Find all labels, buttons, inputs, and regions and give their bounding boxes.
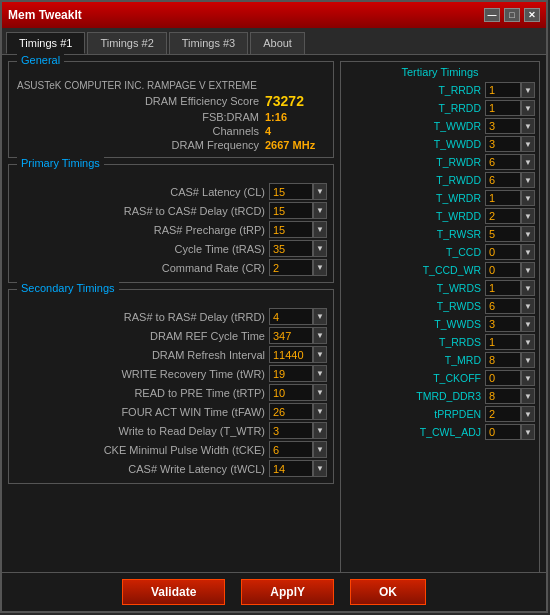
tertiary-dropdown-14[interactable]: ▼ [521,334,535,350]
secondary-dropdown-5[interactable]: ▼ [313,403,327,420]
secondary-dropdown-2[interactable]: ▼ [313,346,327,363]
secondary-dropdown-1[interactable]: ▼ [313,327,327,344]
secondary-row-2: DRAM Refresh Interval ▼ [13,346,329,363]
primary-input-2[interactable] [269,221,313,238]
primary-dropdown-1[interactable]: ▼ [313,202,327,219]
tertiary-input-5[interactable] [485,172,521,188]
apply-button[interactable]: ApplY [241,579,334,605]
freq-row: DRAM Frequency 2667 MHz [13,139,329,151]
maximize-button[interactable]: □ [504,8,520,22]
tertiary-dropdown-15[interactable]: ▼ [521,352,535,368]
tertiary-input-18[interactable] [485,406,521,422]
tertiary-input-16[interactable] [485,370,521,386]
tertiary-label-14: T_RRDS [345,336,481,348]
tertiary-row-0: T_RRDR ▼ [345,82,535,98]
secondary-input-5[interactable] [269,403,313,420]
tertiary-input-11[interactable] [485,280,521,296]
tertiary-dropdown-7[interactable]: ▼ [521,208,535,224]
tertiary-input-3[interactable] [485,136,521,152]
secondary-input-6[interactable] [269,422,313,439]
tab-timings1[interactable]: Timings #1 [6,32,85,54]
efficiency-row: DRAM Efficiency Score 73272 [13,93,329,109]
tertiary-dropdown-13[interactable]: ▼ [521,316,535,332]
tertiary-input-10[interactable] [485,262,521,278]
secondary-dropdown-4[interactable]: ▼ [313,384,327,401]
tertiary-input-15[interactable] [485,352,521,368]
validate-button[interactable]: Validate [122,579,225,605]
mobo-label: ASUSTeK COMPUTER INC. RAMPAGE V EXTREME [17,80,257,91]
tertiary-dropdown-9[interactable]: ▼ [521,244,535,260]
primary-input-3[interactable] [269,240,313,257]
tertiary-input-19[interactable] [485,424,521,440]
primary-content: CAS# Latency (CL) ▼ RAS# to CAS# Delay (… [13,183,329,276]
tertiary-input-0[interactable] [485,82,521,98]
secondary-dropdown-3[interactable]: ▼ [313,365,327,382]
tertiary-dropdown-8[interactable]: ▼ [521,226,535,242]
tertiary-dropdown-16[interactable]: ▼ [521,370,535,386]
close-button[interactable]: ✕ [524,8,540,22]
tertiary-row-16: T_CKOFF ▼ [345,370,535,386]
tertiary-group: Tertiary Timings T_RRDR ▼ T_RRDD ▼ T_WWD… [340,61,540,589]
secondary-input-1[interactable] [269,327,313,344]
primary-dropdown-4[interactable]: ▼ [313,259,327,276]
primary-dropdown-2[interactable]: ▼ [313,221,327,238]
tertiary-dropdown-3[interactable]: ▼ [521,136,535,152]
ok-button[interactable]: OK [350,579,426,605]
tertiary-dropdown-12[interactable]: ▼ [521,298,535,314]
primary-row-4: Command Rate (CR) ▼ [13,259,329,276]
secondary-dropdown-6[interactable]: ▼ [313,422,327,439]
tertiary-input-2[interactable] [485,118,521,134]
tertiary-input-7[interactable] [485,208,521,224]
secondary-input-0[interactable] [269,308,313,325]
tertiary-input-17[interactable] [485,388,521,404]
tertiary-row-8: T_RWSR ▼ [345,226,535,242]
tertiary-input-9[interactable] [485,244,521,260]
tab-bar: Timings #1 Timings #2 Timings #3 About [2,28,546,55]
tertiary-dropdown-19[interactable]: ▼ [521,424,535,440]
tertiary-input-14[interactable] [485,334,521,350]
secondary-dropdown-7[interactable]: ▼ [313,441,327,458]
minimize-button[interactable]: — [484,8,500,22]
tertiary-dropdown-11[interactable]: ▼ [521,280,535,296]
secondary-input-3[interactable] [269,365,313,382]
primary-group: Primary Timings CAS# Latency (CL) ▼ RAS#… [8,164,334,283]
secondary-label-8: CAS# Write Latency (tWCL) [13,463,265,475]
tertiary-dropdown-10[interactable]: ▼ [521,262,535,278]
tertiary-input-4[interactable] [485,154,521,170]
secondary-input-4[interactable] [269,384,313,401]
tertiary-dropdown-6[interactable]: ▼ [521,190,535,206]
secondary-row-3: WRITE Recovery Time (tWR) ▼ [13,365,329,382]
tertiary-dropdown-1[interactable]: ▼ [521,100,535,116]
tab-about[interactable]: About [250,32,305,54]
tertiary-dropdown-18[interactable]: ▼ [521,406,535,422]
secondary-label-2: DRAM Refresh Interval [13,349,265,361]
secondary-dropdown-8[interactable]: ▼ [313,460,327,477]
secondary-input-7[interactable] [269,441,313,458]
tertiary-row-18: tPRPDEN ▼ [345,406,535,422]
primary-input-1[interactable] [269,202,313,219]
primary-input-4[interactable] [269,259,313,276]
tertiary-input-1[interactable] [485,100,521,116]
secondary-input-8[interactable] [269,460,313,477]
primary-input-0[interactable] [269,183,313,200]
tertiary-input-13[interactable] [485,316,521,332]
secondary-input-2[interactable] [269,346,313,363]
secondary-row-1: DRAM REF Cycle Time ▼ [13,327,329,344]
tertiary-dropdown-0[interactable]: ▼ [521,82,535,98]
secondary-label-0: RAS# to RAS# Delay (tRRD) [13,311,265,323]
tertiary-row-3: T_WWDD ▼ [345,136,535,152]
secondary-content: RAS# to RAS# Delay (tRRD) ▼ DRAM REF Cyc… [13,308,329,477]
tertiary-dropdown-2[interactable]: ▼ [521,118,535,134]
tab-timings2[interactable]: Timings #2 [87,32,166,54]
tertiary-input-6[interactable] [485,190,521,206]
primary-dropdown-0[interactable]: ▼ [313,183,327,200]
secondary-dropdown-0[interactable]: ▼ [313,308,327,325]
tertiary-input-8[interactable] [485,226,521,242]
tab-timings3[interactable]: Timings #3 [169,32,248,54]
tertiary-dropdown-17[interactable]: ▼ [521,388,535,404]
tertiary-dropdown-5[interactable]: ▼ [521,172,535,188]
tertiary-dropdown-4[interactable]: ▼ [521,154,535,170]
primary-dropdown-3[interactable]: ▼ [313,240,327,257]
tertiary-input-12[interactable] [485,298,521,314]
tertiary-row-17: TMRD_DDR3 ▼ [345,388,535,404]
